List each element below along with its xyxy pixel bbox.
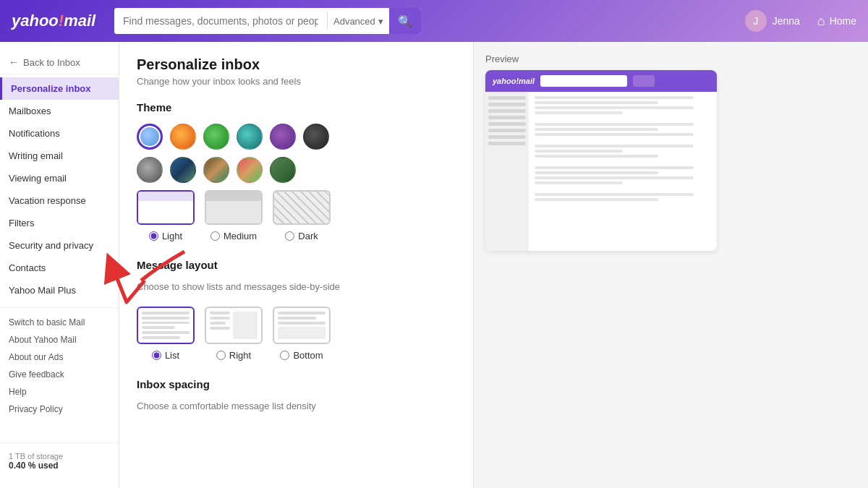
search-bar[interactable]: Advanced ▾ 🔍 [114,8,421,34]
preview-btn [633,75,655,87]
sidebar-item-writing[interactable]: Writing email [0,145,119,167]
sidebar-item-plus[interactable]: Yahoo Mail Plus [0,279,119,301]
theme-swatch-teal[interactable] [237,124,263,150]
logo-text: yahoo!mail [12,12,95,30]
theme-section: Theme [137,101,456,241]
preview-line-6 [535,128,658,131]
theme-swatch-photo2[interactable] [203,157,229,183]
main-content: Personalize inbox Change how your inbox … [119,42,474,488]
preview-line-8 [535,145,694,147]
layout-radio-bottom[interactable] [280,351,289,360]
preview-line-7 [535,133,694,136]
sidebar-item-about[interactable]: About Yahoo Mail [0,331,119,348]
layout-option-list[interactable]: List [137,307,195,361]
theme-swatch-orange[interactable] [170,124,196,150]
user-area: J Jenna ⌂ Home [745,10,856,32]
mode-radio-dark[interactable] [285,231,294,241]
sidebar-item-contacts[interactable]: Contacts [0,257,119,279]
preview-line-9 [535,150,623,153]
layout-preview-bottom [273,307,331,344]
preview-search-bar [540,75,627,87]
user-name[interactable]: J Jenna [745,10,800,32]
layout-label-bottom[interactable]: Bottom [280,350,323,361]
preview-panel: Preview yahoo!mail [474,42,868,488]
layout-preview-right [205,307,263,344]
sidebar-item-feedback[interactable]: Give feedback [0,366,119,383]
layout-preview-list [137,307,195,344]
theme-swatches-row1 [137,124,456,150]
layout-option-right[interactable]: Right [205,307,263,361]
theme-swatch-blue[interactable] [137,124,163,150]
sidebar-item-notifications[interactable]: Notifications [0,122,119,145]
sidebar-item-viewing[interactable]: Viewing email [0,167,119,189]
sidebar-item-personalize[interactable]: Personalize inbox [0,77,119,100]
layout-mode-row: List [137,307,456,361]
layout-option-bottom[interactable]: Bottom [273,307,331,361]
theme-swatch-gray[interactable] [137,157,163,183]
sidebar-item-security[interactable]: Security and privacy [0,234,119,257]
preview-sidebar-line-1 [488,96,526,100]
mode-option-medium[interactable]: Medium [205,190,263,241]
preview-line-13 [535,176,694,179]
mode-label-dark[interactable]: Dark [285,231,318,241]
preview-sidebar-line-7 [488,135,526,139]
mode-option-dark[interactable]: Dark [273,190,331,241]
preview-line-11 [535,166,694,169]
main-layout: ← Back to Inbox Personalize inbox Mailbo… [0,42,868,488]
sidebar-item-help[interactable]: Help [0,383,119,401]
preview-line-2 [535,101,658,104]
preview-sidebar-line-6 [488,129,526,132]
back-arrow-icon: ← [9,56,19,68]
sidebar-item-mailboxes[interactable]: Mailboxes [0,100,119,122]
theme-swatch-photo4[interactable] [270,157,296,183]
layout-radio-right[interactable] [216,351,226,360]
sidebar-item-vacation[interactable]: Vacation response [0,189,119,212]
back-to-inbox-link[interactable]: ← Back to Inbox [0,51,119,74]
layout-section-title: Message layout [137,259,456,271]
logo-area: yahoo!mail [12,12,106,30]
home-icon: ⌂ [817,14,825,29]
preview-line-14 [535,181,623,184]
search-button[interactable]: 🔍 [389,8,421,34]
theme-swatch-green[interactable] [203,124,229,150]
layout-label-right[interactable]: Right [216,350,251,361]
preview-line-15 [535,193,694,196]
preview-label: Preview [485,53,856,64]
theme-swatch-photo3[interactable] [237,157,263,183]
preview-line-4 [535,111,623,114]
sidebar-item-filters[interactable]: Filters [0,212,119,234]
preview-sidebar-line-3 [488,109,526,113]
spacing-section: Inbox spacing Choose a comfortable messa… [137,378,456,411]
mode-radio-light[interactable] [149,231,158,241]
theme-swatch-dark[interactable] [303,124,329,150]
preview-line-16 [535,198,658,201]
mode-preview-medium [205,190,263,225]
theme-swatch-purple[interactable] [270,124,296,150]
theme-swatch-photo1[interactable] [170,157,196,183]
preview-sidebar-line-5 [488,122,526,126]
mode-preview-light [137,190,195,225]
spacing-section-subtitle: Choose a comfortable message list densit… [137,401,456,411]
preview-line-12 [535,171,658,174]
search-input[interactable] [114,8,327,34]
sidebar-item-ads[interactable]: About our Ads [0,348,119,366]
mode-label-light[interactable]: Light [149,231,182,241]
home-link[interactable]: ⌂ Home [817,14,856,29]
layout-radio-list[interactable] [152,351,161,360]
preview-sidebar-line-2 [488,103,526,106]
layout-label-list[interactable]: List [152,350,179,361]
storage-area: 1 TB of storage 0.40 % used [0,442,119,479]
preview-line-1 [535,96,694,99]
mode-option-light[interactable]: Light [137,190,195,241]
preview-sidebar-line-4 [488,116,526,119]
chevron-down-icon: ▾ [378,16,383,27]
mode-radio-medium[interactable] [210,231,220,241]
sidebar-item-privacy[interactable]: Privacy Policy [0,401,119,418]
preview-main-area [529,92,717,251]
theme-swatches-row2 [137,157,456,183]
theme-section-title: Theme [137,101,456,114]
search-advanced-btn[interactable]: Advanced ▾ [328,16,389,27]
preview-header: yahoo!mail [485,70,717,92]
sidebar-item-switch[interactable]: Switch to basic Mail [0,314,119,331]
mode-label-medium[interactable]: Medium [210,231,257,241]
